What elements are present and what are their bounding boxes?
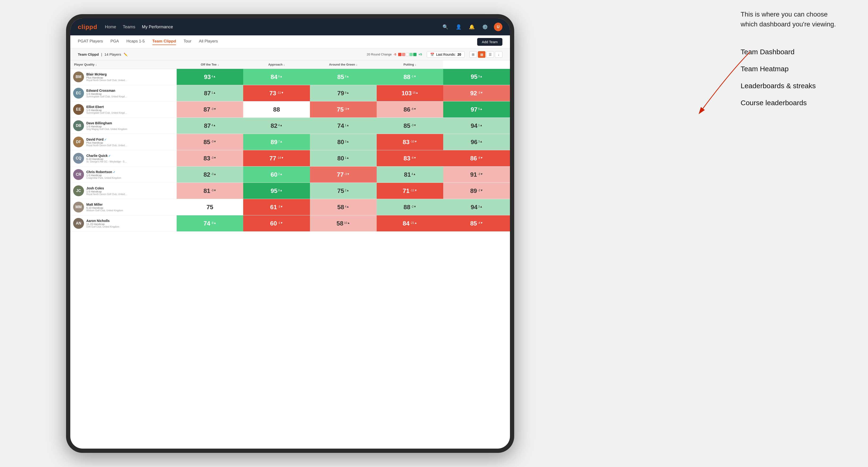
- player-cell-2[interactable]: EEElliot Ebert1-5 HandicapSunningdale Go…: [70, 101, 177, 118]
- score-value-1-3: 103: [401, 90, 412, 97]
- subnav-pgat[interactable]: PGAT Players: [78, 39, 103, 45]
- score-cell-1-3: 10315▲: [377, 85, 443, 101]
- player-handicap-4: Plus Handicap: [86, 141, 128, 144]
- score-cell-0-2: 858▲: [310, 69, 377, 85]
- player-cell-6[interactable]: CRChris Robertson✓1-5 HandicapCraigmilla…: [70, 166, 177, 183]
- score-value-2-4: 97: [470, 106, 477, 113]
- player-cell-8[interactable]: MMMatt Miller6-10 HandicapWoburn Golf Cl…: [70, 199, 177, 215]
- score-value-6-0: 82: [204, 171, 210, 178]
- download-view-button[interactable]: ↓: [495, 51, 502, 58]
- score-cell-4-3: 83-10▼: [377, 134, 443, 150]
- player-club-4: Royal North Devon Golf Club, United King…: [86, 144, 128, 147]
- grid-view-button[interactable]: ⊞: [469, 51, 477, 58]
- score-change-6-2: -3▼: [344, 173, 350, 177]
- score-cell-4-0: 85-3▼: [177, 134, 243, 150]
- score-change-3-4: 1▲: [478, 124, 483, 128]
- player-cell-5[interactable]: CQCharlie Quick✓6-10 HandicapSt. George'…: [70, 150, 177, 166]
- player-handicap-8: 6-10 Handicap: [86, 206, 123, 209]
- score-cell-9-1: 60-1▼: [243, 215, 310, 231]
- th-player-label: Player Quality ↓: [74, 63, 97, 66]
- separator: |: [101, 52, 102, 56]
- nav-my-performance[interactable]: My Performance: [142, 25, 173, 30]
- player-name-5: Charlie Quick✓: [86, 154, 128, 158]
- th-player[interactable]: Player Quality ↓: [70, 60, 177, 69]
- score-cell-3-4: 941▲: [443, 118, 510, 134]
- nav-teams[interactable]: Teams: [123, 25, 135, 30]
- player-cell-1[interactable]: ECEdward Crossman1-5 HandicapSunningdale…: [70, 85, 177, 101]
- player-name-8: Matt Miller: [86, 203, 123, 206]
- score-value-6-3: 81: [404, 171, 411, 178]
- score-value-7-4: 89: [470, 187, 477, 195]
- add-team-button[interactable]: Add Team: [477, 38, 502, 46]
- score-value-5-2: 80: [337, 155, 344, 162]
- th-off-tee[interactable]: Off the Tee ↓: [177, 60, 243, 69]
- color-block-white: [406, 53, 409, 56]
- score-cell-3-1: 824▲: [243, 118, 310, 134]
- score-change-4-3: -10▼: [410, 140, 417, 144]
- round-change-label: 20 Round Change: [367, 53, 392, 56]
- color-block-red: [398, 53, 401, 56]
- th-putting[interactable]: Putting ↓: [377, 60, 443, 69]
- main-content: Player Quality ↓ Off the Tee ↓ Approach …: [70, 60, 510, 448]
- score-change-6-0: -3▲: [211, 173, 217, 177]
- table-row: ANAaron Nicholls11-15 HandicapDrift Golf…: [70, 215, 510, 231]
- score-change-9-0: -8▲: [211, 221, 217, 225]
- change-neg: -5: [394, 53, 397, 56]
- subnav-team-clippd[interactable]: Team Clippd: [152, 39, 176, 45]
- subnav-tour[interactable]: Tour: [184, 39, 191, 45]
- avatar-1: EC: [73, 88, 84, 99]
- heatmap-view-button[interactable]: ▦: [478, 51, 486, 58]
- player-name-1: Edward Crossman: [86, 89, 128, 92]
- score-value-0-2: 85: [337, 73, 344, 81]
- player-handicap-1: 1-5 Handicap: [86, 92, 128, 95]
- score-value-1-1: 73: [269, 90, 276, 97]
- player-cell-0[interactable]: BMBlair McHargPlus HandicapRoyal North D…: [70, 69, 177, 85]
- subnav-hcaps[interactable]: Hcaps 1-5: [126, 39, 145, 45]
- subnav-all-players[interactable]: All Players: [199, 39, 218, 45]
- score-cell-6-3: 814▲: [377, 166, 443, 183]
- score-value-1-0: 87: [204, 90, 211, 97]
- annotation-item-2: Team Heatmap: [741, 60, 840, 77]
- settings-icon[interactable]: ⚙️: [481, 23, 489, 31]
- person-icon[interactable]: 👤: [454, 23, 463, 31]
- score-cell-5-4: 86-8▼: [443, 150, 510, 166]
- score-change-7-4: -2▼: [478, 189, 483, 193]
- score-cell-6-2: 77-3▼: [310, 166, 377, 183]
- table-row: JCJosh Coles1-5 HandicapRoyal North Devo…: [70, 183, 510, 199]
- score-value-3-0: 87: [204, 122, 211, 129]
- player-name-3: Dave Billingham: [86, 121, 127, 125]
- score-change-1-4: -3▼: [478, 91, 483, 95]
- bell-icon[interactable]: 🔔: [467, 23, 476, 31]
- table-body: BMBlair McHargPlus HandicapRoyal North D…: [70, 69, 510, 231]
- th-approach[interactable]: Approach ↓: [243, 60, 310, 69]
- score-cell-1-1: 73-11▼: [243, 85, 310, 101]
- avatar[interactable]: U: [494, 23, 502, 31]
- score-value-5-4: 86: [470, 155, 477, 162]
- edit-icon[interactable]: ✏️: [124, 53, 128, 56]
- player-cell-3[interactable]: DBDave Billingham1-5 HandicapGog Magog G…: [70, 118, 177, 134]
- th-around-green[interactable]: Around the Green ↓: [310, 60, 377, 69]
- table-row: EEElliot Ebert1-5 HandicapSunningdale Go…: [70, 101, 510, 118]
- score-change-3-2: 1▲: [345, 124, 349, 128]
- score-cell-1-4: 92-3▼: [443, 85, 510, 101]
- logo: clippd: [78, 23, 97, 31]
- score-cell-0-4: 959▲: [443, 69, 510, 85]
- search-icon[interactable]: 🔍: [441, 23, 450, 31]
- last-rounds-button[interactable]: 📅 Last Rounds: 20: [427, 51, 465, 58]
- player-cell-7[interactable]: JCJosh Coles1-5 HandicapRoyal North Devo…: [70, 183, 177, 199]
- nav-home[interactable]: Home: [105, 25, 116, 30]
- player-cell-9[interactable]: ANAaron Nicholls11-15 HandicapDrift Golf…: [70, 215, 177, 231]
- score-change-0-1: 6▲: [278, 75, 283, 79]
- player-name-4: David Ford✓: [86, 137, 128, 141]
- score-cell-0-0: 934▲: [177, 69, 243, 85]
- list-view-button[interactable]: ☰: [486, 51, 494, 58]
- score-value-7-1: 95: [271, 187, 277, 195]
- score-value-1-4: 92: [470, 90, 477, 97]
- score-cell-5-0: 83-3▼: [177, 150, 243, 166]
- player-club-0: Royal North Devon Golf Club, United King…: [86, 79, 128, 82]
- score-value-8-1: 61: [270, 204, 277, 211]
- subnav-pga[interactable]: PGA: [111, 39, 119, 45]
- player-club-5: St. George's Hill GC - Weybridge - Surre…: [86, 160, 128, 163]
- player-cell-4[interactable]: DFDavid Ford✓Plus HandicapRoyal North De…: [70, 134, 177, 150]
- score-value-3-1: 82: [271, 122, 277, 129]
